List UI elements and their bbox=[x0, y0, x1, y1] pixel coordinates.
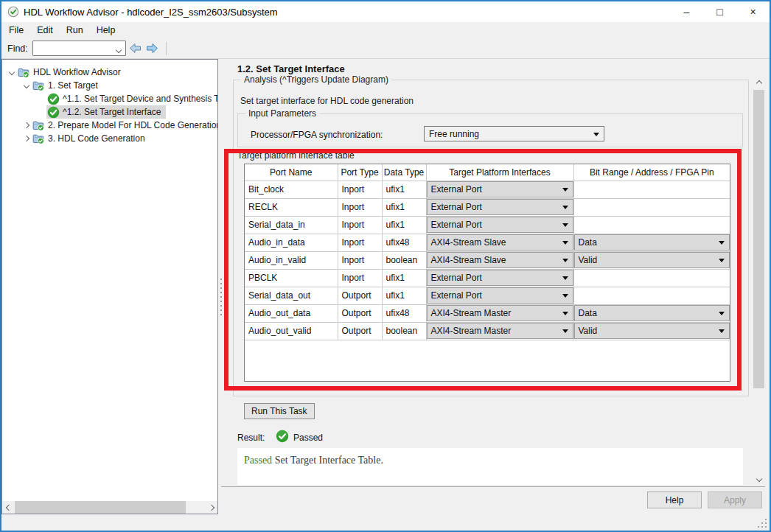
folder-check-icon bbox=[32, 80, 45, 91]
target-interface-cell: AXI4-Stream Slave bbox=[426, 251, 573, 269]
cell-dropdown[interactable]: Valid bbox=[574, 323, 730, 339]
page-title: 1.2. Set Target Interface bbox=[237, 63, 345, 74]
data-type-cell: boolean bbox=[382, 322, 426, 340]
scrollbar-thumb[interactable] bbox=[753, 90, 764, 388]
sync-dropdown-label: Processor/FPGA synchronization: bbox=[251, 130, 383, 140]
app-window: HDL Workflow Advisor - hdlcoder_I2S_ssm2… bbox=[0, 0, 771, 532]
result-message-box: Passed Set Target Interface Table. bbox=[237, 448, 743, 485]
column-header: Port Type bbox=[338, 164, 382, 181]
bit-range-cell bbox=[573, 216, 730, 234]
dropdown-arrow-icon bbox=[562, 312, 568, 315]
close-button[interactable]: × bbox=[736, 1, 770, 22]
task-tree-panel: HDL Workflow Advisor1. Set Target^1.1. S… bbox=[1, 59, 218, 514]
main-vertical-scrollbar[interactable] bbox=[753, 77, 765, 485]
dropdown-arrow-icon bbox=[719, 312, 725, 315]
tree-item[interactable]: 2. Prepare Model For HDL Code Generation bbox=[2, 119, 217, 132]
folder-check-icon bbox=[17, 66, 30, 78]
help-button[interactable]: Help bbox=[647, 491, 702, 508]
chevron-right-icon[interactable] bbox=[21, 123, 32, 127]
tree-horizontal-scrollbar[interactable] bbox=[2, 501, 217, 514]
chevron-right-icon[interactable] bbox=[21, 136, 32, 141]
tree-item-label: 2. Prepare Model For HDL Code Generation bbox=[48, 120, 218, 130]
tree-item[interactable]: 1. Set Target bbox=[2, 79, 217, 92]
cell-dropdown[interactable]: Data bbox=[574, 234, 730, 251]
table-row: Audio_out_dataOutportufix48AXI4-Stream M… bbox=[245, 304, 730, 322]
interface-table-label: Target platform interface table bbox=[237, 150, 355, 161]
cell-dropdown[interactable]: AXI4-Stream Slave bbox=[427, 252, 573, 268]
cell-dropdown[interactable]: AXI4-Stream Master bbox=[427, 323, 573, 339]
target-interface-cell: External Port bbox=[426, 198, 573, 216]
result-value: Passed bbox=[293, 433, 323, 443]
cell-dropdown[interactable]: External Port bbox=[427, 217, 573, 233]
run-this-task-button[interactable]: Run This Task bbox=[244, 403, 315, 419]
analysis-group-label: Analysis (^Triggers Update Diagram) bbox=[241, 74, 391, 85]
check-circle-icon bbox=[46, 93, 60, 105]
dropdown-arrow-icon bbox=[562, 329, 568, 333]
workflow-check-icon bbox=[7, 6, 19, 18]
menu-item-help[interactable]: Help bbox=[90, 24, 122, 38]
chevron-down-icon[interactable] bbox=[7, 70, 17, 74]
target-interface-cell: AXI4-Stream Master bbox=[426, 322, 573, 340]
minimize-button[interactable]: – bbox=[670, 1, 703, 22]
dropdown-arrow-icon bbox=[719, 329, 725, 333]
dropdown-arrow-icon bbox=[562, 259, 568, 262]
menu-item-edit[interactable]: Edit bbox=[30, 24, 60, 38]
scroll-up-icon[interactable] bbox=[753, 77, 765, 89]
menu-item-file[interactable]: File bbox=[2, 24, 30, 38]
find-previous-button[interactable] bbox=[128, 42, 143, 55]
sync-dropdown[interactable]: Free running bbox=[424, 126, 604, 141]
result-label: Result: bbox=[237, 433, 265, 443]
cell-dropdown[interactable]: External Port bbox=[427, 287, 573, 304]
cell-dropdown[interactable]: External Port bbox=[427, 199, 573, 215]
target-interface-cell: External Port bbox=[426, 181, 573, 198]
data-type-cell: ufix1 bbox=[382, 287, 426, 304]
tree-item[interactable]: ^1.1. Set Target Device and Synthesis To… bbox=[2, 92, 217, 105]
data-type-cell: boolean bbox=[382, 251, 426, 269]
message-text: Set Target Interface Table. bbox=[275, 455, 383, 466]
target-interface-cell: AXI4-Stream Slave bbox=[426, 234, 573, 251]
cell-dropdown[interactable]: External Port bbox=[427, 270, 573, 286]
tree-item[interactable]: HDL Workflow Advisor bbox=[2, 66, 217, 79]
folder-check-icon bbox=[32, 119, 45, 131]
find-toolbar: Find: bbox=[1, 38, 770, 59]
scroll-left-icon[interactable] bbox=[2, 501, 15, 514]
cell-dropdown[interactable]: Data bbox=[574, 305, 730, 321]
scrollbar-thumb[interactable] bbox=[15, 501, 186, 514]
target-interface-cell: External Port bbox=[426, 269, 573, 287]
table-row: PBCLKInportufix1External Port bbox=[245, 269, 730, 287]
cell-dropdown[interactable]: Valid bbox=[574, 252, 730, 268]
port-type-cell: Outport bbox=[338, 322, 382, 340]
scroll-down-icon[interactable] bbox=[753, 473, 765, 485]
tree-item-label: ^1.1. Set Target Device and Synthesis To… bbox=[63, 94, 218, 104]
bit-range-cell bbox=[573, 181, 730, 198]
chevron-down-icon[interactable] bbox=[21, 83, 32, 88]
scroll-right-icon[interactable] bbox=[205, 501, 217, 514]
port-type-cell: Outport bbox=[338, 287, 382, 304]
maximize-button[interactable]: □ bbox=[703, 1, 736, 22]
cell-dropdown[interactable]: AXI4-Stream Master bbox=[427, 305, 573, 321]
tree-item[interactable]: 3. HDL Code Generation bbox=[2, 132, 217, 145]
find-input[interactable] bbox=[35, 42, 111, 55]
interface-table: Port NamePort TypeData TypeTarget Platfo… bbox=[245, 164, 730, 340]
panel-splitter-handle[interactable] bbox=[219, 279, 223, 315]
dropdown-arrow-icon bbox=[719, 241, 725, 245]
column-header: Target Platform Interfaces bbox=[426, 164, 573, 181]
target-interface-cell: External Port bbox=[426, 216, 573, 234]
apply-button[interactable]: Apply bbox=[708, 491, 762, 508]
tree-item-label: 3. HDL Code Generation bbox=[48, 133, 145, 144]
cell-dropdown[interactable]: External Port bbox=[427, 181, 573, 197]
tree-item[interactable]: ^1.2. Set Target Interface bbox=[2, 105, 217, 119]
input-parameters-label: Input Parameters bbox=[245, 108, 319, 119]
data-type-cell: ufix1 bbox=[382, 269, 426, 287]
resize-grip[interactable] bbox=[758, 519, 767, 528]
find-next-button[interactable] bbox=[145, 42, 160, 55]
interface-table-container: Port NamePort TypeData TypeTarget Platfo… bbox=[244, 164, 730, 382]
menu-item-run[interactable]: Run bbox=[60, 24, 90, 38]
cell-dropdown[interactable]: AXI4-Stream Slave bbox=[427, 234, 573, 251]
table-row: Serial_data_inInportufix1External Port bbox=[245, 216, 730, 234]
table-row: Audio_in_validInportbooleanAXI4-Stream S… bbox=[245, 251, 730, 269]
task-description: Set target interface for HDL code genera… bbox=[240, 96, 414, 106]
data-type-cell: ufix1 bbox=[382, 181, 426, 198]
find-combobox[interactable] bbox=[32, 41, 126, 56]
chevron-down-icon[interactable] bbox=[116, 42, 121, 55]
